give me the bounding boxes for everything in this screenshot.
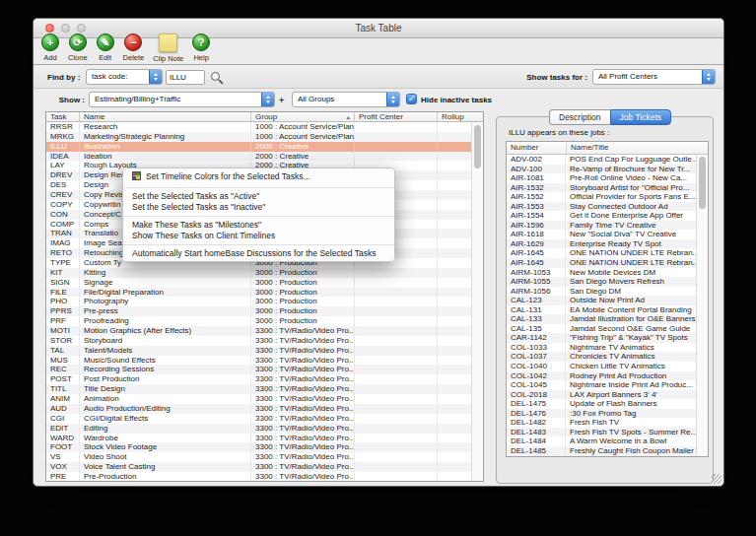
hide-inactive-checkbox[interactable]: ✓ — [406, 94, 417, 104]
task-row[interactable]: VOXVoice Talent Casting3300 : TV/Radio/V… — [46, 462, 471, 472]
job-row[interactable]: CAL-131EA Mobile Content Portal Branding — [507, 305, 696, 315]
task-row[interactable]: PREPre-Production3300 : TV/Radio/Video P… — [46, 472, 471, 481]
task-row[interactable]: FILEFile/Digital Preparation3000 : Produ… — [46, 288, 471, 298]
column-header-name[interactable]: Name — [80, 112, 251, 121]
job-row[interactable]: AIR-1532Storyboard Artist for "Official … — [507, 183, 696, 193]
job-row[interactable]: DEL-1476:30 Fox Promo Tag — [507, 409, 696, 419]
task-row[interactable]: AUDAudio Production/Editing3300 : TV/Rad… — [46, 404, 471, 414]
task-row[interactable]: KITKitting3000 : Production — [46, 268, 471, 278]
job-cell: COL-1033 — [507, 343, 566, 353]
task-row[interactable]: TALTalent/Models3300 : TV/Radio/Video Pr… — [46, 346, 471, 356]
task-row[interactable]: MRKGMarketing/Strategic Planning1000 : A… — [46, 132, 471, 142]
task-row[interactable]: RRSRResearch1000 : Account Service/Plan.… — [46, 122, 471, 132]
job-row[interactable]: DEL-1482Fresh Fish TV — [507, 418, 696, 428]
task-row[interactable]: ILLUIllustration2000 : Creative — [46, 142, 471, 152]
job-row[interactable]: ADV-100Re-Vamp of Brochure for New Tr... — [507, 165, 696, 174]
task-row[interactable]: POSTPost Production3300 : TV/Radio/Video… — [46, 374, 471, 384]
job-column-header-number[interactable]: Number — [507, 142, 567, 154]
job-row[interactable]: COL-2018LAX Airport Banners 3' 4' — [507, 390, 696, 400]
context-menu-item[interactable]: Set the Selected Tasks as "Active" — [123, 191, 394, 202]
job-row[interactable]: DEL-1483Fresh Fish TV Spots - Summer Re.… — [507, 428, 696, 437]
context-menu-item[interactable]: Automatically Start homeBase Discussions… — [123, 248, 394, 259]
context-menu-item[interactable]: Set Timeline Colors for the Selected Tas… — [123, 170, 394, 183]
job-row[interactable]: COL-1037Chronicles TV Animatics — [507, 352, 696, 362]
task-table-scrollbar[interactable] — [471, 122, 483, 481]
resize-grip[interactable] — [712, 474, 722, 484]
job-row[interactable]: AIRM-1055San Diego Movers Refresh — [507, 277, 696, 287]
task-cell: COMP — [46, 220, 80, 230]
search-icon[interactable] — [211, 72, 220, 81]
job-row[interactable]: AIR-1645ONE NATION UNDER LTE Rebran... — [507, 248, 696, 258]
profit-center-select[interactable]: All Profit Centers — [592, 69, 716, 85]
context-menu-item[interactable]: Set the Selected Tasks as "Inactive" — [123, 202, 394, 213]
job-row[interactable]: COL-1042Rodney Print Ad Production — [507, 371, 696, 381]
column-header-group[interactable]: Group▲ — [251, 112, 355, 121]
job-row[interactable]: AIR-1629Enterprise Ready TV Spot — [507, 239, 696, 249]
job-row[interactable]: AIR-1552Official Provider for Sports Fan… — [507, 192, 696, 202]
job-row[interactable]: COL-1045Nightmare Inside Print Ad Produc… — [507, 380, 696, 390]
tab-job-tickets[interactable]: Job Tickets — [610, 109, 672, 125]
task-row[interactable]: PHOPhotography3000 : Production — [46, 297, 471, 306]
task-row[interactable]: CGICGI/Digital Effects3300 : TV/Radio/Vi… — [46, 414, 471, 424]
task-row[interactable]: PRFProofreading3000 : Production — [46, 316, 471, 326]
scrollbar-thumb[interactable] — [474, 125, 481, 168]
job-row[interactable]: CAL-123Outside Now Print Ad — [507, 296, 696, 305]
task-row[interactable]: SIGNSignage3000 : Production — [46, 278, 471, 288]
scrollbar-thumb[interactable] — [699, 157, 706, 209]
task-row[interactable]: ANIMAnimation3300 : TV/Radio/Video Pro..… — [46, 394, 471, 404]
job-row[interactable]: ADV-002POS End Cap For Lugguage Outle... — [507, 155, 696, 165]
task-row[interactable]: WARDWardrobe3300 : TV/Radio/Video Pro... — [46, 434, 471, 443]
context-menu-item[interactable]: Show These Tasks on Client Timelines — [123, 231, 394, 241]
job-row[interactable]: AIR-1618New "Social Diva" TV Creative — [507, 230, 696, 239]
job-row[interactable]: CAR-1142"Fishing Trip" & "Kayak" TV Spot… — [507, 333, 696, 343]
task-row[interactable]: TITLTitle Design3300 : TV/Radio/Video Pr… — [46, 384, 471, 394]
task-row[interactable]: EDITEditing3300 : TV/Radio/Video Pro... — [46, 424, 471, 434]
help-button[interactable]: ?Help — [188, 34, 214, 62]
clone-button[interactable]: ⟳Clone — [64, 34, 92, 62]
clip-note-button[interactable]: Clip Note — [149, 34, 187, 63]
job-row[interactable]: AIR-1596Family Time TV Creative — [507, 221, 696, 231]
job-row[interactable]: AIRM-1053New Mobile Devices DM — [507, 268, 696, 278]
job-row[interactable]: AIR-1554Get it Done Enterprise App Offer — [507, 211, 696, 221]
job-row[interactable]: DEL-1484A Warm Welcome in a Bowl — [507, 436, 696, 446]
task-row[interactable]: FOOTStock Video Footage3300 : TV/Radio/V… — [46, 442, 471, 452]
task-row[interactable]: VSVideo Shoot3300 : TV/Radio/Video Pro..… — [46, 452, 471, 462]
job-cell: ONE NATION UNDER LTE Rebran... — [566, 248, 696, 258]
task-row[interactable]: STORStoryboard3300 : TV/Radio/Video Pro.… — [46, 336, 471, 346]
job-cell: COL-1045 — [507, 380, 566, 390]
task-row[interactable]: RECRecording Sessions3300 : TV/Radio/Vid… — [46, 365, 471, 374]
job-row[interactable]: AIR-1553Stay Connected Outdoor Ad — [507, 202, 696, 212]
task-row[interactable]: PPRSPre-press3000 : Production — [46, 306, 471, 316]
job-row[interactable]: COL-1040Chicken Little TV Animatics — [507, 362, 696, 371]
task-cell — [438, 297, 471, 306]
task-row[interactable]: MUSMusic/Sound Effects3300 : TV/Radio/Vi… — [46, 356, 471, 366]
job-table-body: ADV-002POS End Cap For Lugguage Outle...… — [507, 155, 696, 456]
edit-button[interactable]: ✎Edit — [93, 34, 118, 62]
job-row[interactable]: CAL-133Jamdat Illustration for O&E Banne… — [507, 314, 696, 324]
column-header-task[interactable]: Task — [46, 112, 80, 121]
search-input[interactable] — [166, 70, 205, 85]
task-cell — [438, 472, 471, 481]
task-row[interactable]: IDEAIdeation2000 : Creative — [46, 152, 471, 162]
column-header-rollup[interactable]: Rollup — [438, 112, 483, 121]
column-header-profit-center[interactable]: Profit Center — [355, 112, 438, 121]
add-button[interactable]: +Add — [37, 34, 63, 62]
task-row[interactable]: MOTIMotion Graphics (After Effects)3300 … — [46, 326, 471, 336]
group-filter-select[interactable]: All Groups — [292, 92, 400, 107]
job-table-scrollbar[interactable] — [696, 155, 708, 456]
job-row[interactable]: CAL-135Jamdat Second O&E Game Guide — [507, 324, 696, 334]
job-column-header-name-title[interactable]: Name/Title — [567, 142, 708, 154]
job-row[interactable]: AIRM-1056San Diego DM — [507, 287, 696, 297]
job-row[interactable]: DEL-1485Freshly Caught Fish Coupon Maile… — [507, 446, 696, 456]
task-cell — [438, 142, 471, 152]
delete-button[interactable]: −Delete — [119, 34, 149, 62]
job-row[interactable]: DEL-1475Update of Flash Banners — [507, 399, 696, 409]
context-menu-item[interactable]: Make These Tasks as "Milestones" — [123, 220, 394, 231]
find-field-select[interactable]: task code: — [86, 69, 163, 85]
tab-description[interactable]: Description — [549, 109, 610, 125]
job-cell: EA Mobile Content Portal Branding — [566, 305, 696, 315]
department-filter-select[interactable]: Estimating/Billing+Traffic — [89, 92, 275, 107]
job-row[interactable]: AIR-1081Pre-Roll Online Video - New Ca..… — [507, 173, 696, 183]
job-row[interactable]: COL-1033Nightmare TV Animatics — [507, 343, 696, 353]
job-row[interactable]: AIR-1645ONE NATION UNDER LTE Rebran... — [507, 258, 696, 268]
